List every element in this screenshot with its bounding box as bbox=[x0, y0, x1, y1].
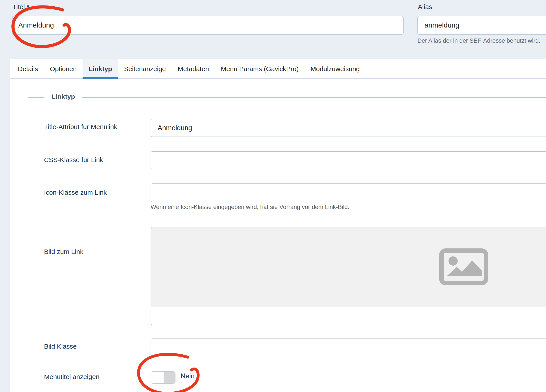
title-field-label: Titel * bbox=[13, 3, 29, 11]
alias-help-text: Der Alias der in der SEF-Adresse benutzt… bbox=[417, 37, 540, 44]
icon-class-label: Icon-Klasse zum Link bbox=[44, 189, 107, 196]
alias-input[interactable] bbox=[417, 16, 546, 35]
image-placeholder-icon bbox=[439, 248, 488, 285]
toggle-knob bbox=[151, 372, 164, 383]
icon-class-help-text: Wenn eine Icon-Klasse eingegeben wird, h… bbox=[151, 204, 349, 210]
link-image-label: Bild zum Link bbox=[44, 248, 83, 255]
title-attribute-label: Title-Attribut für Menülink bbox=[44, 123, 117, 131]
image-class-input[interactable] bbox=[151, 339, 546, 357]
link-css-class-label: CSS-Klasse für Link bbox=[44, 156, 103, 164]
tab-details[interactable]: Details bbox=[12, 59, 44, 79]
link-css-class-input[interactable] bbox=[151, 151, 546, 169]
alias-field-label: Alias bbox=[418, 3, 432, 11]
title-input[interactable] bbox=[12, 16, 403, 35]
tab-bar: Details Optionen Linktyp Seitenanzeige M… bbox=[12, 59, 366, 79]
tab-modulzuweisung[interactable]: Modulzuweisung bbox=[305, 59, 366, 79]
link-image-path-input[interactable] bbox=[151, 307, 546, 325]
tab-metadaten[interactable]: Metadaten bbox=[172, 59, 215, 79]
tab-seitenanzeige[interactable]: Seitenanzeige bbox=[118, 59, 172, 79]
toggle-state-text: Nein bbox=[181, 372, 195, 380]
linktyp-legend: Linktyp bbox=[45, 93, 82, 100]
link-image-preview[interactable] bbox=[151, 227, 546, 307]
link-image-widget bbox=[151, 227, 546, 325]
tab-content-area: Details Optionen Linktyp Seitenanzeige M… bbox=[10, 59, 546, 392]
image-class-label: Bild Klasse bbox=[44, 343, 77, 350]
icon-class-input[interactable] bbox=[151, 183, 546, 202]
joomla-menu-item-edit-page: { "header": { "title_field": { "label": … bbox=[0, 0, 546, 392]
tab-optionen[interactable]: Optionen bbox=[44, 59, 83, 79]
show-menu-title-label: Menütitel anzeigen bbox=[44, 373, 99, 380]
title-attribute-input[interactable] bbox=[151, 119, 546, 137]
menu-title-toggle[interactable] bbox=[151, 371, 176, 384]
tab-menu-params-gavickpro[interactable]: Menu Params (GavickPro) bbox=[215, 59, 305, 79]
tab-linktyp[interactable]: Linktyp bbox=[83, 59, 118, 79]
